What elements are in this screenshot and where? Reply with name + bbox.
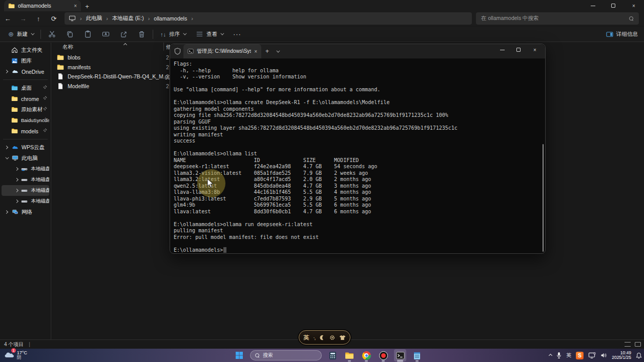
more-options-button[interactable]: ··· — [228, 28, 246, 41]
terminal-tab-close-icon[interactable]: × — [254, 49, 257, 54]
minimize-button[interactable] — [583, 0, 603, 11]
expand-icon[interactable] — [4, 211, 9, 213]
pin-icon — [43, 85, 47, 89]
sidebar-item-this-pc[interactable]: 此电脑 — [2, 153, 49, 164]
sidebar-item-models[interactable]: models — [2, 126, 49, 136]
expand-icon[interactable] — [15, 189, 18, 192]
speaker-icon[interactable] — [600, 352, 607, 358]
terminal-tab[interactable]: 管理员: C:\Windows\System32 × — [183, 44, 261, 58]
sidebar-item-onedrive[interactable]: OneDrive — [2, 66, 49, 77]
breadcrumb-item-ollamamodels[interactable]: ollamamodels — [154, 15, 187, 22]
sidebar-item-drive-f[interactable]: 本地磁盘 (F:) — [2, 196, 49, 207]
sidebar-item-baidusyncdisk[interactable]: BaiduSyncdisk — [2, 115, 49, 126]
taskbar-item-terminal-active[interactable] — [394, 349, 406, 361]
taskbar-item-calculator[interactable] — [326, 349, 339, 361]
taskbar-weather-widget[interactable]: 1 17°C 阴 — [4, 350, 81, 360]
ime-skin-shirt-icon[interactable] — [339, 335, 346, 340]
folder-icon — [11, 106, 18, 113]
expand-icon[interactable] — [4, 146, 9, 149]
ime-punctuation-icon[interactable]: ·, — [313, 335, 315, 340]
sidebar-item-drive-d[interactable]: 本地磁盘 (D:) — [2, 174, 49, 185]
details-pane-button[interactable]: 详细信息 — [606, 31, 638, 38]
close-button[interactable]: × — [624, 0, 644, 11]
sidebar-item-home[interactable]: 主文件夹 — [2, 45, 49, 55]
search-icon — [629, 16, 634, 21]
sidebar-item-label: 本地磁盘 (C:) — [31, 166, 49, 172]
sidebar-item-wps-cloud[interactable]: WPS云盘 — [2, 142, 49, 153]
taskbar-item-recorder[interactable] — [377, 349, 389, 361]
sidebar-item-gallery[interactable]: 图库 — [2, 55, 49, 66]
command-toolbar: ⊕ 新建 ↑↓ — [0, 27, 644, 42]
ime-language-toggle[interactable]: 英 — [303, 334, 309, 341]
back-button[interactable]: ← — [0, 12, 15, 25]
terminal-titlebar[interactable]: 管理员: C:\Windows\System32 × + × — [170, 44, 545, 58]
up-button[interactable]: ↑ — [31, 12, 46, 25]
taskbar-item-notepad[interactable] — [411, 349, 423, 361]
breadcrumb-sep-icon: › — [148, 15, 150, 22]
chrome-icon — [362, 351, 371, 360]
terminal-new-tab-button[interactable]: + — [265, 48, 269, 55]
ime-language-indicator[interactable]: 英 — [566, 352, 571, 359]
sidebar-item-drive-e[interactable]: 本地磁盘 (E:) — [2, 185, 49, 196]
terminal-tab-dropdown-icon[interactable] — [276, 49, 280, 52]
breadcrumb-item-drive-e[interactable]: 本地磁盘 (E:) — [112, 15, 144, 22]
thumbnail-view-toggle-icon[interactable] — [635, 342, 641, 347]
taskbar-item-file-explorer[interactable] — [343, 349, 356, 361]
folder-icon — [57, 54, 64, 61]
sidebar-item-raw-material[interactable]: 原始素材 — [2, 104, 49, 115]
share-button[interactable] — [115, 28, 133, 41]
ime-toolbar[interactable]: 英 ·, — [299, 330, 350, 345]
breadcrumb-item-thispc[interactable]: 此电脑 — [86, 15, 102, 22]
terminal-scrollbar[interactable] — [543, 144, 544, 252]
terminal-minimize-button[interactable] — [494, 44, 510, 55]
clock-widget[interactable]: 10:49 2025/1/25 — [612, 351, 631, 360]
forward-button[interactable]: → — [15, 12, 31, 25]
taskbar-item-chrome[interactable] — [360, 349, 372, 361]
share-icon — [120, 30, 128, 38]
sidebar-item-drive-c[interactable]: 本地磁盘 (C:) — [2, 164, 49, 174]
breadcrumb[interactable]: › 此电脑 › 本地磁盘 (E:) › ollamamodels › — [65, 12, 472, 25]
taskbar-search-box[interactable]: 搜索 — [250, 350, 322, 360]
column-header-name[interactable]: 名称 — [63, 44, 73, 51]
expand-icon[interactable] — [15, 168, 18, 170]
expand-icon[interactable] — [15, 178, 18, 181]
sidebar-item-desktop[interactable]: 桌面 — [2, 83, 49, 93]
terminal-output[interactable]: Flags: -h, --help help for ollama -v, --… — [170, 58, 545, 253]
tab-close-icon[interactable]: × — [74, 3, 77, 9]
ime-moon-icon[interactable] — [320, 335, 325, 340]
ime-settings-gear-icon[interactable] — [329, 335, 335, 340]
delete-button[interactable] — [133, 28, 151, 41]
paste-button[interactable] — [79, 28, 97, 41]
terminal-close-button[interactable]: × — [527, 44, 543, 55]
start-button[interactable] — [233, 349, 245, 361]
refresh-button[interactable]: ⟳ — [46, 12, 61, 25]
cut-button[interactable] — [43, 28, 61, 41]
sogou-input-icon[interactable]: S — [576, 352, 584, 359]
details-view-toggle-icon[interactable] — [625, 342, 631, 347]
terminal-maximize-button[interactable] — [510, 44, 527, 55]
expand-icon[interactable] — [15, 200, 18, 203]
rename-button[interactable] — [97, 28, 115, 41]
sort-button[interactable]: ↑↓ 排序 — [155, 28, 191, 41]
maximize-button[interactable] — [603, 0, 624, 11]
chevron-down-icon — [183, 32, 186, 35]
new-button[interactable]: ⊕ 新建 — [3, 28, 38, 41]
new-tab-button[interactable]: + — [81, 1, 93, 11]
explorer-tab-ollamamodels[interactable]: ollamamodels × — [4, 0, 81, 11]
view-icon — [196, 30, 203, 38]
microphone-icon[interactable] — [556, 352, 562, 359]
maximize-icon — [611, 4, 615, 8]
tray-overflow-chevron-icon[interactable] — [549, 353, 552, 357]
column-separator[interactable] — [163, 43, 164, 51]
explorer-search-input[interactable]: 在 ollamamodels 中搜索 — [476, 12, 639, 25]
display-tray-icon[interactable] — [588, 352, 596, 359]
sidebar-item-network[interactable]: 网络 — [2, 207, 49, 217]
collapse-icon[interactable] — [4, 157, 9, 159]
view-button[interactable]: 查看 — [191, 28, 228, 41]
sidebar-item-chrome[interactable]: chrome — [2, 93, 49, 104]
copy-button[interactable] — [61, 28, 79, 41]
file-icon — [57, 83, 64, 90]
expand-icon[interactable] — [4, 70, 9, 73]
notifications-bell-icon[interactable] — [636, 352, 642, 359]
terminal-content[interactable]: Flags: -h, --help help for ollama -v, --… — [170, 58, 545, 254]
